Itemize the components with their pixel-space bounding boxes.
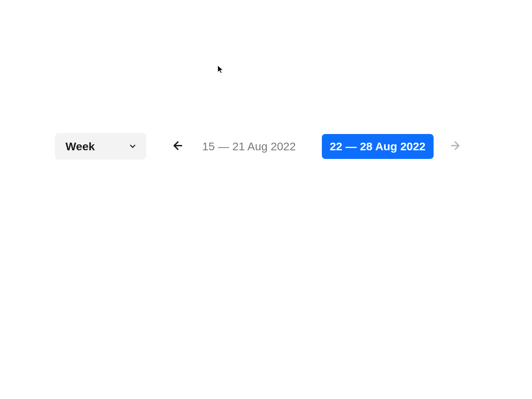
- arrow-left-icon: [172, 139, 184, 153]
- current-date-range[interactable]: 22 — 28 Aug 2022: [322, 134, 434, 159]
- date-navigator: Week 15 — 21 Aug 2022 22 — 28 Aug 2022: [55, 133, 467, 160]
- previous-date-range[interactable]: 15 — 21 Aug 2022: [202, 140, 296, 153]
- arrow-right-icon: [449, 139, 462, 153]
- previous-button[interactable]: [166, 133, 190, 160]
- period-select[interactable]: Week: [55, 133, 146, 160]
- period-label: Week: [66, 140, 95, 153]
- next-button[interactable]: [444, 133, 467, 160]
- chevron-down-icon: [128, 142, 137, 151]
- cursor-icon: [217, 65, 224, 74]
